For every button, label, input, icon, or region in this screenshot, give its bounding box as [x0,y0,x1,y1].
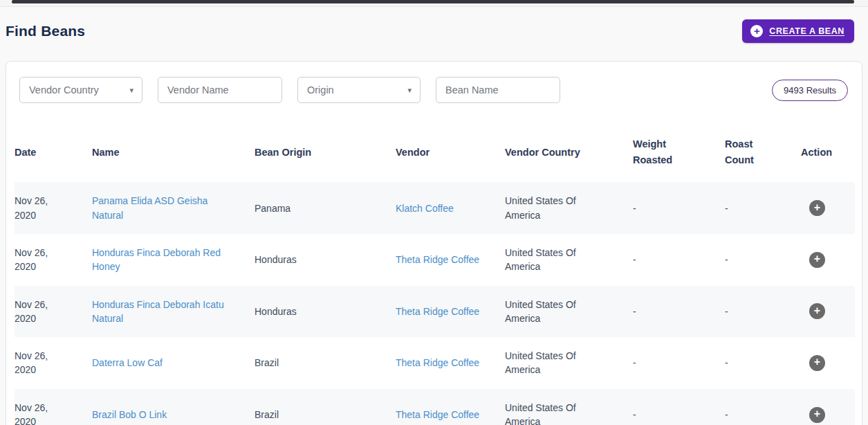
bean-name-link[interactable]: Honduras Finca Deborah Red Honey [92,246,227,274]
column-header-bean-origin: Bean Origin [255,124,396,182]
filter-bar: Vendor Country ▾ Origin ▾ 9493 Results [6,62,862,114]
weight-roasted-cell: - [633,182,725,234]
weight-roasted-cell: - [633,337,725,389]
vendor-link[interactable]: Theta Ridge Coffee [396,357,479,368]
bean-name-link[interactable]: Honduras Finca Deborah Icatu Natural [92,298,227,326]
vendor-name-field-wrap [158,77,282,103]
bean-origin-cell: Honduras [255,286,396,338]
weight-roasted-cell: - [633,389,725,425]
plus-icon: + [814,356,820,368]
column-header-action: Action [801,124,855,182]
vendor-country-cell: United States Of America [505,286,633,338]
add-roast-button[interactable]: + [809,303,825,319]
vendor-country-cell: United States Of America [505,182,633,234]
bean-name-input[interactable] [445,84,551,96]
add-roast-button[interactable]: + [809,252,825,268]
name-cell: Panama Elida ASD Geisha Natural [92,182,255,234]
vendor-link[interactable]: Theta Ridge Coffee [396,306,479,317]
vendor-cell: Theta Ridge Coffee [396,234,505,286]
column-header-weight-roasted: Weight Roasted [633,124,725,182]
create-a-bean-button[interactable]: + CREATE A BEAN [742,19,854,43]
table-row: Nov 26, 2020 Brazil Bob O Link Brazil Th… [15,389,855,425]
page-header: Find Beans + CREATE A BEAN [0,7,868,55]
vendor-link[interactable]: Klatch Coffee [396,203,454,214]
name-cell: Brazil Bob O Link [92,389,255,425]
results-count-badge: 9493 Results [772,80,848,101]
date-cell: Nov 26, 2020 [15,182,92,234]
weight-roasted-cell: - [633,286,725,338]
origin-select-value: Origin [307,84,334,96]
vendor-country-cell: United States Of America [505,389,633,425]
bean-name-link[interactable]: Daterra Low Caf [92,356,163,370]
roast-count-cell: - [725,182,801,234]
vendor-country-cell: United States Of America [505,337,633,389]
roast-count-cell: - [725,389,801,425]
weight-roasted-cell: - [633,234,725,286]
vendor-country-cell: United States Of America [505,234,633,286]
plus-icon: + [814,305,820,316]
table-row: Nov 26, 2020 Honduras Finca Deborah Icat… [15,286,855,338]
vendor-cell: Theta Ridge Coffee [396,337,505,389]
caret-down-icon: ▾ [129,86,133,95]
create-a-bean-label: CREATE A BEAN [769,26,844,36]
add-roast-button[interactable]: + [809,407,825,423]
beans-table-body: Nov 26, 2020 Panama Elida ASD Geisha Nat… [15,182,855,425]
roast-count-cell: - [725,337,801,389]
action-cell: + [801,182,855,234]
caret-down-icon: ▾ [407,86,412,95]
vendor-link[interactable]: Theta Ridge Coffee [396,409,479,420]
column-header-vendor: Vendor [396,124,505,182]
add-roast-button[interactable]: + [809,355,825,371]
add-roast-button[interactable]: + [809,200,825,216]
column-header-roast-count: Roast Count [725,124,801,182]
table-header-row: Date Name Bean Origin Vendor Vendor Coun… [15,124,855,182]
vendor-cell: Klatch Coffee [396,182,505,234]
bean-origin-cell: Brazil [255,389,396,425]
bean-origin-cell: Honduras [255,234,396,286]
vendor-name-input[interactable] [167,84,273,96]
name-cell: Honduras Finca Deborah Red Honey [92,234,255,286]
beans-table: Date Name Bean Origin Vendor Vendor Coun… [15,124,855,425]
vendor-cell: Theta Ridge Coffee [396,389,505,425]
date-cell: Nov 26, 2020 [15,286,92,338]
action-cell: + [801,234,855,286]
roast-count-cell: - [725,286,801,338]
date-cell: Nov 26, 2020 [15,337,92,389]
bean-name-link[interactable]: Panama Elida ASD Geisha Natural [92,194,227,222]
vendor-country-select[interactable]: Vendor Country ▾ [19,77,142,103]
vendor-country-select-value: Vendor Country [29,84,99,96]
top-window-bar [12,0,854,3]
action-cell: + [801,389,855,425]
bean-name-link[interactable]: Brazil Bob O Link [92,408,167,422]
find-beans-card: Vendor Country ▾ Origin ▾ 9493 Results D… [6,61,862,425]
roast-count-cell: - [725,234,801,286]
date-cell: Nov 26, 2020 [15,234,92,286]
vendor-link[interactable]: Theta Ridge Coffee [396,254,479,265]
column-header-date: Date [15,124,92,182]
table-row: Nov 26, 2020 Daterra Low Caf Brazil Thet… [15,337,855,389]
bean-origin-cell: Panama [255,182,396,234]
plus-circle-icon: + [750,25,763,37]
page-title: Find Beans [6,23,85,39]
name-cell: Daterra Low Caf [92,337,255,389]
plus-icon: + [814,253,820,264]
date-cell: Nov 26, 2020 [15,389,92,425]
action-cell: + [801,286,855,338]
action-cell: + [801,337,855,389]
bean-name-field-wrap [436,77,560,103]
plus-icon: + [814,202,820,213]
table-row: Nov 26, 2020 Honduras Finca Deborah Red … [15,234,855,286]
table-row: Nov 26, 2020 Panama Elida ASD Geisha Nat… [15,182,855,234]
vendor-cell: Theta Ridge Coffee [396,286,505,338]
column-header-name: Name [92,124,255,182]
plus-icon: + [814,408,820,419]
bean-origin-cell: Brazil [255,337,396,389]
origin-select[interactable]: Origin ▾ [297,77,421,103]
column-header-vendor-country: Vendor Country [505,124,633,182]
name-cell: Honduras Finca Deborah Icatu Natural [92,286,255,338]
